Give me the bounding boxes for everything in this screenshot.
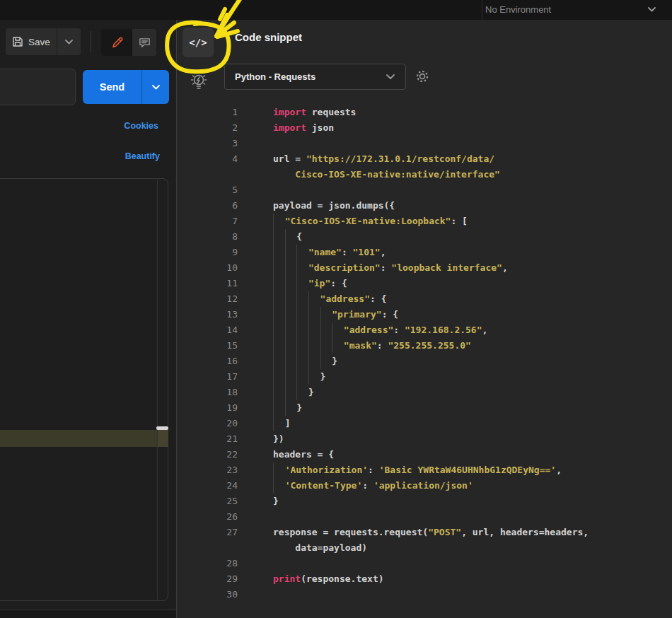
indent-guide bbox=[273, 369, 285, 385]
code-line: 27response = requests.request("POST", ur… bbox=[177, 525, 672, 540]
send-button[interactable]: Send bbox=[83, 70, 141, 104]
top-bar: No Environment bbox=[0, 0, 672, 21]
code-line: 29print(response.text) bbox=[177, 571, 672, 587]
comment-icon bbox=[139, 37, 151, 49]
footer-strip bbox=[0, 610, 176, 618]
body-editor-panel[interactable] bbox=[0, 178, 168, 601]
indent-guide bbox=[273, 478, 285, 494]
line-number: 15 bbox=[177, 338, 255, 354]
editor-scrollbar-thumb[interactable] bbox=[156, 426, 168, 430]
code-text: print(response.text) bbox=[273, 571, 384, 587]
indent-guide bbox=[296, 385, 308, 400]
indent-guide bbox=[285, 354, 297, 369]
topbar-divider bbox=[482, 0, 482, 20]
line-number: 14 bbox=[177, 322, 255, 338]
beautify-link[interactable]: Beautify bbox=[99, 151, 160, 161]
save-button[interactable]: Save bbox=[6, 28, 57, 55]
indent-guide bbox=[308, 354, 320, 369]
code-line: 17} bbox=[177, 369, 672, 385]
line-number: 7 bbox=[177, 214, 255, 229]
code-text: "ip": { bbox=[273, 276, 347, 291]
environment-label: No Environment bbox=[485, 4, 551, 15]
cookies-link[interactable]: Cookies bbox=[99, 121, 158, 131]
indent-guide bbox=[308, 307, 320, 322]
indent-guide bbox=[285, 322, 297, 338]
code-text: url = "https://172.31.0.1/restconf/data/ bbox=[273, 151, 494, 167]
line-number: 12 bbox=[177, 291, 255, 307]
indent-guide bbox=[285, 385, 297, 400]
indent-guide bbox=[285, 307, 297, 322]
code-line: 7"Cisco-IOS-XE-native:Loopback": [ bbox=[177, 214, 672, 229]
snippet-settings-button[interactable] bbox=[412, 66, 432, 86]
indent-guide bbox=[296, 322, 308, 338]
code-line: 26 bbox=[177, 509, 672, 525]
line-number: 23 bbox=[177, 462, 255, 478]
language-select[interactable]: Python - Requests bbox=[224, 64, 406, 90]
save-label: Save bbox=[28, 37, 50, 47]
indent-guide bbox=[273, 322, 285, 338]
indent-guide bbox=[320, 322, 332, 338]
request-builder-region: Save Send bbox=[0, 20, 175, 618]
code-line: 4url = "https://172.31.0.1/restconf/data… bbox=[177, 151, 672, 167]
indent-guide bbox=[273, 291, 285, 307]
indent-guide bbox=[273, 385, 285, 400]
line-number bbox=[177, 167, 255, 182]
code-text: "Cisco-IOS-XE-native:Loopback": [ bbox=[273, 214, 468, 229]
code-text: headers = { bbox=[273, 447, 334, 462]
send-options-button[interactable] bbox=[141, 70, 169, 104]
line-number: 2 bbox=[177, 120, 255, 136]
indent-guide bbox=[273, 338, 285, 354]
code-text: 'Content-Type': 'application/json' bbox=[273, 478, 473, 494]
indent-guide bbox=[285, 245, 297, 260]
code-text: }) bbox=[273, 431, 284, 447]
editor-scroll-gutter bbox=[157, 180, 158, 600]
line-number: 5 bbox=[177, 182, 255, 198]
code-text: "mask": "255.255.255.0" bbox=[273, 338, 471, 354]
code-snippet-panel: </> Code snippet Python - Requests bbox=[176, 20, 672, 618]
code-line: data=payload) bbox=[177, 540, 672, 556]
code-toggle-button[interactable]: </> bbox=[183, 28, 214, 57]
editor-active-line-highlight bbox=[0, 430, 157, 447]
indent-guide bbox=[285, 400, 297, 416]
save-options-button[interactable] bbox=[57, 28, 81, 55]
code-line: 23'Authorization': 'Basic YWRtaW46UHNhbG… bbox=[177, 462, 672, 478]
hints-button[interactable] bbox=[189, 71, 209, 93]
indent-guide bbox=[273, 245, 285, 260]
line-number bbox=[177, 540, 255, 556]
edit-description-button[interactable] bbox=[101, 29, 132, 56]
line-number: 9 bbox=[177, 245, 255, 260]
indent-guide bbox=[308, 291, 320, 307]
code-line: 19} bbox=[177, 400, 672, 416]
code-text: 'Authorization': 'Basic YWRtaW46UHNhbG1z… bbox=[273, 462, 562, 478]
code-text: import json bbox=[273, 120, 334, 136]
code-line: 25} bbox=[177, 494, 672, 509]
app-window: No Environment Save bbox=[0, 0, 672, 618]
code-text: ] bbox=[273, 416, 290, 431]
code-text: data=payload) bbox=[273, 540, 367, 556]
environment-selector[interactable]: No Environment bbox=[483, 0, 672, 20]
indent-guide bbox=[332, 322, 344, 338]
url-input[interactable] bbox=[0, 69, 76, 105]
code-line: Cisco-IOS-XE-native:native/interface" bbox=[177, 167, 672, 182]
code-line: 13"primary": { bbox=[177, 307, 672, 322]
line-number: 11 bbox=[177, 276, 255, 291]
line-number: 25 bbox=[177, 494, 255, 509]
code-line: 5 bbox=[177, 182, 672, 198]
indent-guide bbox=[308, 322, 320, 338]
comments-button[interactable] bbox=[132, 29, 156, 56]
line-number: 24 bbox=[177, 478, 255, 494]
indent-guide bbox=[273, 229, 285, 245]
indent-guide bbox=[285, 291, 297, 307]
code-line: 14"address": "192.168.2.56", bbox=[177, 322, 672, 338]
indent-guide bbox=[320, 354, 332, 369]
code-line: 20] bbox=[177, 416, 672, 431]
line-number: 20 bbox=[177, 416, 255, 431]
line-number: 17 bbox=[177, 369, 255, 385]
indent-guide bbox=[273, 400, 285, 416]
line-number: 30 bbox=[177, 587, 255, 602]
code-editor[interactable]: 1import requests2import json34url = "htt… bbox=[177, 105, 672, 602]
code-line: 10"description": "loopback interface", bbox=[177, 260, 672, 276]
indent-guide bbox=[308, 338, 320, 354]
line-number: 4 bbox=[177, 151, 255, 167]
code-text: "name": "101", bbox=[273, 245, 386, 260]
